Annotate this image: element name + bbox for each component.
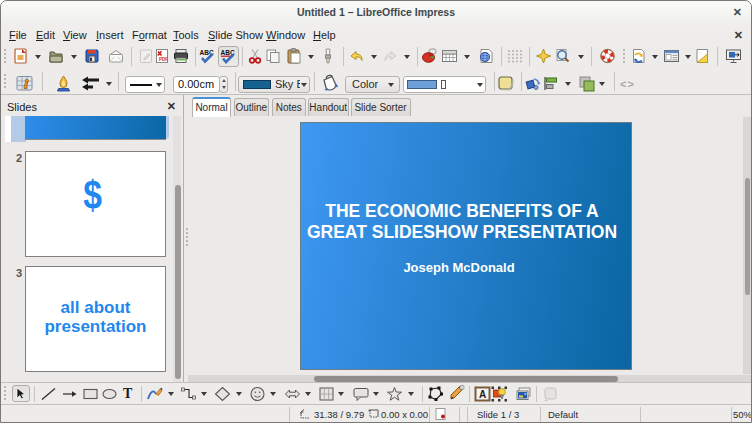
svg-text:A: A xyxy=(479,389,486,400)
svg-text:PDF: PDF xyxy=(159,57,168,62)
